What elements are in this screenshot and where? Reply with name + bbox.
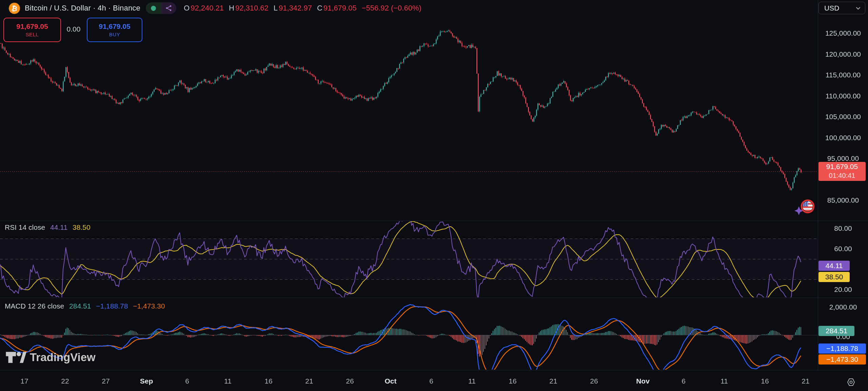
price-axis-label: 100,000.00 — [818, 133, 868, 142]
price-axis-label: 120,000.00 — [818, 50, 868, 59]
close-value: 91,679.05 — [323, 4, 357, 13]
low-value: 91,342.97 — [279, 4, 312, 13]
time-axis-label: 16 — [498, 377, 527, 385]
macd-line-value: −1,188.78 — [96, 302, 128, 310]
price-axis-label: 115,000.00 — [818, 71, 868, 79]
price-axis-label: 85,000.00 — [818, 196, 868, 205]
time-axis-label: 26 — [336, 377, 364, 385]
price-axis-label: 105,000.00 — [818, 112, 868, 121]
macd-hist-badge: 284.51 — [818, 326, 854, 336]
rsi-ma-value-badge: 38.50 — [818, 272, 850, 282]
tradingview-chart-window: ₿ Bitcoin / U.S. Dollar · 4h · Binance O… — [0, 0, 868, 391]
time-axis-label: 11 — [214, 377, 242, 385]
time-axis-label: Sep — [132, 377, 161, 385]
time-axis-label: 6 — [173, 377, 201, 385]
time-axis-label: Oct — [376, 377, 405, 385]
time-axis-label: Nov — [629, 377, 657, 385]
tradingview-watermark: TradingView — [5, 350, 96, 365]
tradingview-logo-icon — [5, 350, 26, 365]
rsi-value-badge: 44.11 — [818, 261, 850, 271]
ohlc-readout: O92,240.21 H92,310.62 L91,342.97 C91,679… — [184, 4, 421, 13]
event-flag-icon[interactable] — [793, 196, 818, 219]
time-settings-icon[interactable] — [844, 375, 858, 389]
pane-separator[interactable] — [0, 298, 868, 298]
rsi-axis-label: 20.00 — [818, 285, 868, 294]
chevron-down-icon — [855, 5, 861, 11]
watermark-text: TradingView — [30, 351, 96, 364]
time-axis-label: 17 — [10, 377, 39, 385]
buy-price: 91,679.05 — [99, 22, 130, 31]
time-axis-label: 6 — [669, 377, 698, 385]
bitcoin-logo-icon: ₿ — [8, 2, 21, 15]
price-axis-label: 125,000.00 — [818, 29, 868, 38]
time-axis-label: 21 — [539, 377, 568, 385]
market-status-dot-icon — [146, 2, 161, 14]
status-pill[interactable] — [146, 2, 176, 14]
time-axis-label: 11 — [458, 377, 486, 385]
rsi-axis-label: 80.00 — [818, 224, 868, 233]
time-axis-label: 21 — [295, 377, 323, 385]
symbol-title[interactable]: Bitcoin / U.S. Dollar · 4h · Binance — [25, 4, 140, 13]
price-scale[interactable]: 125,000.00120,000.00115,000.00110,000.00… — [818, 0, 868, 370]
price-axis-label: 110,000.00 — [818, 92, 868, 100]
change-value: −556.92 (−0.60%) — [362, 4, 421, 13]
rsi-title: RSI 14 close — [5, 223, 45, 231]
time-axis-label: 26 — [580, 377, 608, 385]
macd-pane-header[interactable]: MACD 12 26 close 284.51 −1,188.78 −1,473… — [5, 302, 165, 310]
chart-header: ₿ Bitcoin / U.S. Dollar · 4h · Binance O… — [9, 1, 421, 15]
open-value: 92,240.21 — [191, 4, 224, 13]
rsi-axis-label: 60.00 — [818, 244, 868, 253]
last-price-badge: 91,679.05 01:40:41 — [818, 162, 866, 181]
spread-value: 0.00 — [60, 18, 87, 41]
time-axis-label: 6 — [417, 377, 446, 385]
buy-button[interactable]: 91,679.05 BUY — [87, 18, 142, 42]
sell-price: 91,679.05 — [16, 22, 48, 31]
chart-plot-area[interactable] — [0, 0, 868, 391]
share-icon[interactable] — [161, 2, 176, 14]
sell-button[interactable]: 91,679.05 SELL — [3, 18, 61, 42]
last-price: 91,679.05 — [818, 162, 866, 171]
macd-signal-value: −1,473.30 — [133, 302, 165, 310]
time-axis-label: 21 — [791, 377, 820, 385]
rsi-pane-header[interactable]: RSI 14 close 44.11 38.50 — [5, 223, 91, 231]
macd-axis-label: 2,000.00 — [818, 303, 868, 312]
high-value: 92,310.62 — [235, 4, 269, 13]
pane-separator[interactable] — [0, 221, 868, 221]
macd-hist-value: 284.51 — [69, 302, 91, 310]
time-axis-label: 16 — [751, 377, 779, 385]
time-scale[interactable]: 172227Sep611162126Oct611162126Nov6111621 — [0, 370, 868, 391]
macd-line-badge: −1,188.78 — [818, 343, 866, 354]
time-axis-label: 22 — [51, 377, 79, 385]
macd-title: MACD 12 26 close — [5, 302, 64, 310]
rsi-value: 44.11 — [50, 223, 67, 231]
time-axis-label: 11 — [710, 377, 738, 385]
currency-dropdown[interactable]: USD — [818, 2, 865, 14]
bar-countdown: 01:40:41 — [818, 171, 866, 180]
time-axis-label: 16 — [254, 377, 283, 385]
time-axis-label: 27 — [92, 377, 120, 385]
macd-signal-badge: −1,473.30 — [818, 354, 866, 365]
rsi-ma-value: 38.50 — [73, 223, 91, 231]
